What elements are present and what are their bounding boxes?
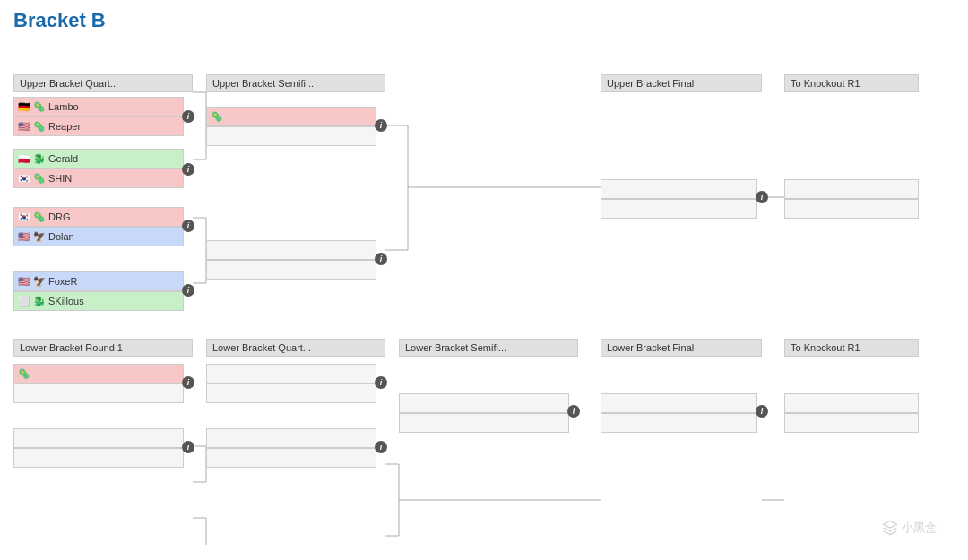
upper-header-qf: Upper Bracket Quart...	[13, 74, 193, 92]
name-dolan: Dolan	[48, 231, 74, 242]
info-badge-lbq1[interactable]: i	[375, 376, 387, 389]
lbr1-m1-bottom	[13, 383, 184, 403]
info-badge-sf1[interactable]: i	[375, 119, 387, 132]
flag-gerald: 🇵🇱	[18, 153, 30, 165]
race-dolan: 🦅	[33, 231, 46, 243]
race-lbr1m1t: 🦠	[18, 368, 30, 380]
lbq-slot1-top	[206, 364, 376, 383]
lower-header-final: Lower Bracket Final	[601, 339, 762, 357]
info-badge-lbq2[interactable]: i	[375, 441, 387, 453]
info-badge-qf4[interactable]: i	[182, 284, 194, 297]
name-drg: DRG	[48, 211, 70, 222]
player-shin: 🇰🇷 🦠 SHIN	[13, 168, 184, 188]
lbq-slot1-bottom	[206, 383, 376, 403]
lbs-slot-top	[399, 393, 569, 413]
info-badge-qf2[interactable]: i	[182, 163, 194, 176]
race-shin: 🦠	[33, 173, 46, 185]
final-slot-bottom	[601, 199, 757, 219]
player-reaper: 🇺🇸 🦠 Reaper	[13, 116, 184, 136]
upper-header-final: Upper Bracket Final	[601, 74, 762, 92]
name-lambo: Lambo	[48, 101, 79, 112]
lbr1-m2-top	[13, 428, 184, 448]
sf-slot-1-bottom	[206, 126, 376, 146]
page-title: Bracket B	[13, 9, 955, 32]
watermark: 小黑盒	[882, 520, 937, 536]
race-drg: 🦠	[33, 211, 46, 223]
bracket-area: Upper Bracket Quart... Upper Bracket Sem…	[13, 43, 955, 545]
upper-header-ko: To Knockout R1	[784, 74, 919, 92]
player-foxer: 🇺🇸 🦅 FoxeR	[13, 271, 184, 291]
lower-header-sf: Lower Bracket Semifi...	[399, 339, 578, 357]
lb-ko-slot-top	[784, 393, 919, 413]
flag-lambo: 🇩🇪	[18, 101, 30, 113]
race-skillous: 🐉	[33, 296, 46, 307]
info-badge-lbr1-m2[interactable]: i	[182, 441, 194, 453]
watermark-text: 小黑盒	[902, 520, 937, 536]
lbr1-m1-top: 🦠	[13, 364, 184, 383]
flag-foxer: 🇺🇸	[18, 276, 30, 288]
flag-reaper: 🇺🇸	[18, 121, 30, 133]
player-gerald: 🇵🇱 🐉 Gerald	[13, 149, 184, 168]
flag-shin: 🇰🇷	[18, 173, 30, 185]
sf-slot-2-top	[206, 240, 376, 260]
race-sf1t: 🦠	[211, 111, 223, 123]
ub-ko-slot-top	[784, 179, 919, 199]
info-badge-lbr1-m1[interactable]: i	[182, 376, 194, 389]
final-slot-top	[601, 179, 757, 199]
lbr1-m2-bottom	[13, 448, 184, 468]
lbq-slot2-top	[206, 428, 376, 448]
info-badge-qf3[interactable]: i	[182, 220, 194, 232]
info-badge-sf2[interactable]: i	[375, 253, 387, 265]
name-reaper: Reaper	[48, 121, 81, 132]
lbs-slot-bottom	[399, 413, 569, 433]
info-badge-qf1[interactable]: i	[182, 110, 194, 123]
name-shin: SHIN	[48, 173, 72, 184]
lower-header-qf: Lower Bracket Quart...	[206, 339, 385, 357]
lbq-slot2-bottom	[206, 448, 376, 468]
lbf-slot-bottom	[601, 413, 757, 433]
flag-drg: 🇰🇷	[18, 211, 30, 223]
lower-header-ko: To Knockout R1	[784, 339, 919, 357]
lower-header-r1: Lower Bracket Round 1	[13, 339, 193, 357]
name-gerald: Gerald	[48, 153, 78, 164]
flag-dolan: 🇺🇸	[18, 231, 30, 243]
upper-header-sf: Upper Bracket Semifi...	[206, 74, 385, 92]
race-gerald: 🐉	[33, 153, 46, 165]
flag-skillous: ⬜	[18, 296, 30, 307]
info-badge-final[interactable]: i	[756, 191, 768, 203]
player-lambo: 🇩🇪 🦠 Lambo	[13, 97, 184, 116]
race-reaper: 🦠	[33, 121, 46, 133]
player-drg: 🇰🇷 🦠 DRG	[13, 207, 184, 227]
lbf-slot-top	[601, 393, 757, 413]
lb-ko-slot-bottom	[784, 413, 919, 433]
name-skillous: SKillous	[48, 296, 84, 306]
sf-slot-1-top: 🦠	[206, 107, 376, 126]
race-foxer: 🦅	[33, 276, 46, 288]
name-foxer: FoxeR	[48, 276, 77, 287]
ub-ko-slot-bottom	[784, 199, 919, 219]
sf-slot-2-bottom	[206, 260, 376, 280]
info-badge-lbs[interactable]: i	[567, 405, 580, 418]
player-dolan: 🇺🇸 🦅 Dolan	[13, 227, 184, 246]
info-badge-lbf[interactable]: i	[756, 405, 768, 418]
race-lambo: 🦠	[33, 101, 46, 113]
player-skillous: ⬜ 🐉 SKillous	[13, 291, 184, 311]
